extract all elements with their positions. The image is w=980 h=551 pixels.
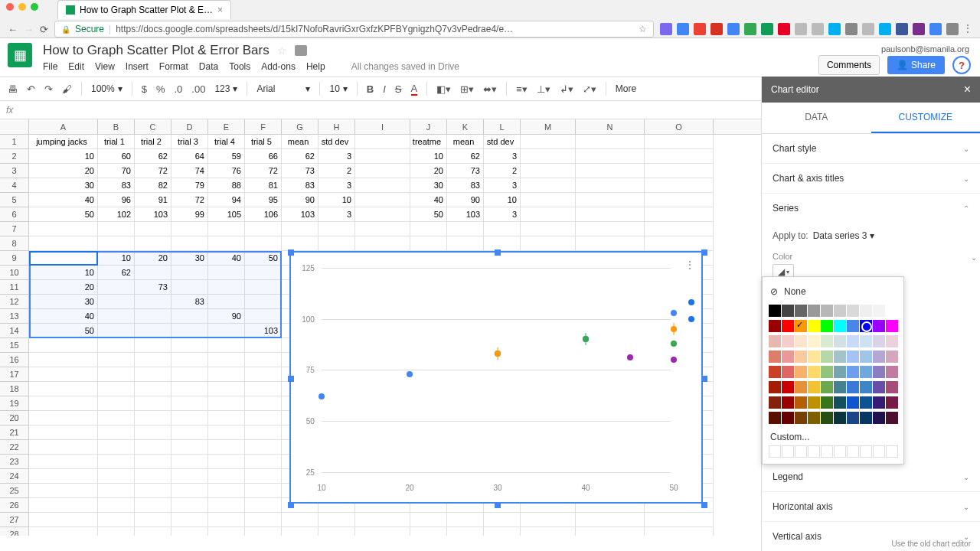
cell[interactable]: 73	[282, 164, 318, 178]
cell[interactable]: 60	[98, 149, 135, 164]
cell[interactable]	[98, 527, 135, 536]
cell[interactable]: std dev	[318, 135, 355, 149]
ext-icon[interactable]	[660, 23, 672, 35]
custom-swatch[interactable]	[860, 445, 872, 458]
color-swatch[interactable]	[834, 350, 846, 363]
cell[interactable]: trial 4	[208, 135, 245, 149]
cell[interactable]	[410, 527, 447, 536]
cell[interactable]	[245, 484, 282, 498]
cell[interactable]	[29, 469, 98, 484]
color-swatch[interactable]	[769, 381, 781, 393]
browser-tab[interactable]: How to Graph Scatter Plot & E… ×	[57, 0, 231, 19]
old-editor-link[interactable]: Use the old chart editor	[892, 540, 971, 548]
row-header[interactable]: 1	[0, 135, 29, 149]
row-header[interactable]: 3	[0, 164, 29, 178]
row-header[interactable]: 23	[0, 455, 29, 469]
row-header[interactable]: 8	[0, 236, 29, 251]
color-swatch[interactable]	[808, 335, 820, 347]
col-header[interactable]: M	[521, 119, 576, 134]
row-header[interactable]: 16	[0, 353, 29, 367]
close-editor-icon[interactable]: ×	[964, 83, 971, 96]
row-header[interactable]: 12	[0, 295, 29, 309]
color-swatch[interactable]	[782, 350, 794, 363]
cell[interactable]: 99	[172, 207, 208, 222]
color-swatch[interactable]	[769, 366, 781, 378]
cell[interactable]	[208, 411, 245, 425]
menu-tools[interactable]: Tools	[229, 61, 250, 72]
custom-color[interactable]: Custom...	[769, 427, 897, 445]
address-bar[interactable]: 🔒 Secure | https://docs.google.com/sprea…	[54, 21, 654, 37]
color-swatch[interactable]	[847, 366, 859, 378]
row-header[interactable]: 18	[0, 382, 29, 396]
cell[interactable]	[521, 513, 576, 527]
cell[interactable]	[355, 236, 410, 251]
cell[interactable]	[245, 236, 282, 251]
cell[interactable]	[172, 440, 208, 455]
cell[interactable]	[208, 396, 245, 411]
resize-handle[interactable]	[495, 249, 501, 256]
cell[interactable]	[645, 222, 714, 236]
color-swatch[interactable]	[821, 381, 833, 393]
color-swatch[interactable]	[821, 412, 833, 424]
tab-data[interactable]: DATA	[762, 103, 871, 133]
cell[interactable]	[245, 382, 282, 396]
maximize-window-icon[interactable]	[31, 3, 38, 11]
cell[interactable]: 81	[245, 178, 282, 193]
merge-icon[interactable]: ⬌▾	[483, 83, 497, 95]
cell[interactable]	[29, 513, 98, 527]
borders-icon[interactable]: ⊞▾	[460, 83, 474, 95]
color-swatch[interactable]	[873, 412, 885, 424]
folder-icon[interactable]	[295, 45, 307, 56]
cell[interactable]	[355, 527, 410, 536]
row-header[interactable]: 26	[0, 498, 29, 513]
cell[interactable]	[521, 527, 576, 536]
cell[interactable]: 72	[245, 164, 282, 178]
color-swatch[interactable]	[795, 412, 807, 424]
cell[interactable]: 2	[484, 164, 521, 178]
cell[interactable]	[172, 338, 208, 353]
cell[interactable]: std dev	[484, 135, 521, 149]
row-header[interactable]: 27	[0, 513, 29, 527]
row-header[interactable]: 11	[0, 280, 29, 295]
cell[interactable]	[245, 367, 282, 382]
menu-edit[interactable]: Edit	[68, 61, 84, 72]
cell[interactable]: 64	[172, 149, 208, 164]
cell[interactable]	[172, 469, 208, 484]
color-swatch[interactable]	[886, 335, 898, 347]
cell[interactable]	[410, 236, 447, 251]
col-header[interactable]: C	[135, 119, 172, 134]
chart-menu-icon[interactable]: ⋮	[684, 259, 695, 271]
color-swatch[interactable]	[795, 350, 807, 363]
redo-icon[interactable]: ↷	[44, 83, 53, 95]
color-swatch[interactable]	[821, 396, 833, 409]
cell[interactable]	[172, 513, 208, 527]
color-swatch[interactable]	[808, 305, 820, 317]
cell[interactable]: 73	[447, 164, 484, 178]
menu-icon[interactable]: ⋮	[963, 23, 972, 35]
pinterest-icon[interactable]	[778, 23, 790, 35]
cell[interactable]: trial 2	[135, 135, 172, 149]
row-header[interactable]: 2	[0, 149, 29, 164]
color-swatch[interactable]	[795, 335, 807, 347]
italic-icon[interactable]: I	[383, 83, 386, 95]
cell[interactable]: 72	[172, 193, 208, 207]
cell[interactable]	[645, 527, 714, 536]
formula-bar[interactable]: fx	[0, 101, 761, 119]
cell[interactable]	[98, 455, 135, 469]
color-swatch[interactable]	[769, 350, 781, 363]
cell[interactable]	[521, 236, 576, 251]
col-header[interactable]: H	[318, 119, 355, 134]
cell[interactable]	[208, 440, 245, 455]
spreadsheet-grid[interactable]: ABCDEFGHIJKLMNO 123456789101112131415161…	[0, 119, 761, 536]
color-swatch[interactable]	[847, 305, 859, 317]
cell[interactable]: 79	[172, 178, 208, 193]
forward-icon[interactable]: →	[24, 24, 34, 35]
custom-swatch[interactable]	[808, 445, 820, 458]
cell[interactable]: 83	[282, 178, 318, 193]
cell[interactable]: 76	[208, 164, 245, 178]
cell[interactable]	[172, 353, 208, 367]
cell[interactable]	[282, 222, 318, 236]
cell[interactable]: 62	[282, 149, 318, 164]
cell[interactable]	[318, 527, 355, 536]
cell[interactable]: 3	[484, 149, 521, 164]
